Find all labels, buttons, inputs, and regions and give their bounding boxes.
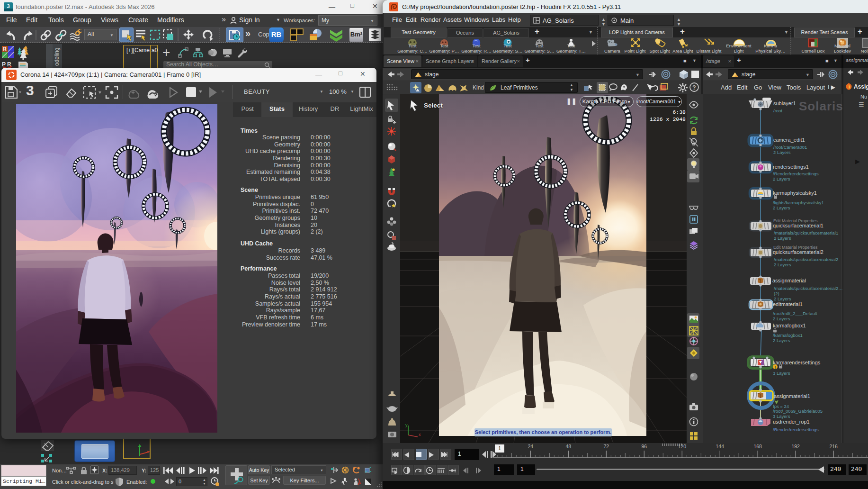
svg-text:192: 192 (791, 444, 800, 449)
svg-text:?: ? (692, 84, 696, 91)
svg-text:168: 168 (753, 444, 762, 449)
svg-text:3: 3 (7, 3, 9, 9)
svg-text:!: ! (775, 365, 776, 370)
svg-text:R: R (3, 46, 7, 52)
svg-text:144: 144 (716, 444, 725, 449)
svg-text:72: 72 (603, 444, 609, 449)
svg-text:120: 120 (678, 444, 687, 449)
svg-text:216: 216 (829, 444, 838, 449)
svg-text:24: 24 (528, 444, 533, 449)
svg-text:96: 96 (641, 444, 647, 449)
svg-text:48: 48 (565, 444, 571, 449)
svg-text:y: y (405, 423, 408, 427)
svg-text:x: x (419, 432, 421, 437)
